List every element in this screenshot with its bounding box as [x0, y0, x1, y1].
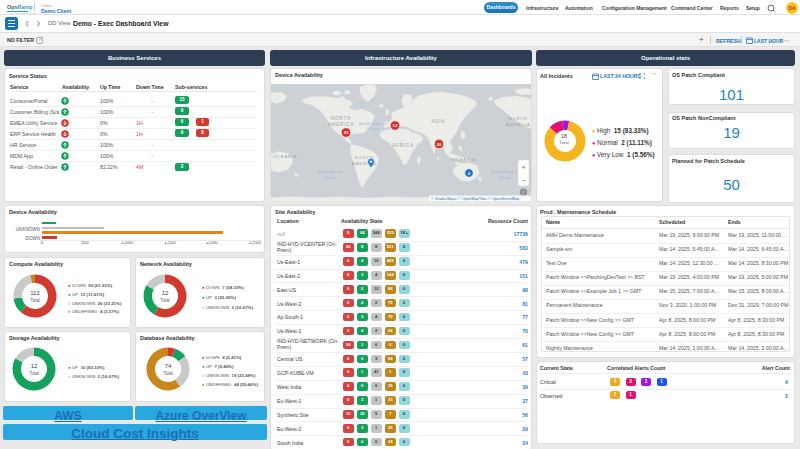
- svg-text:−: −: [521, 177, 525, 184]
- svg-text:AMERICA: AMERICA: [506, 122, 531, 127]
- svg-text:AFRICA: AFRICA: [392, 143, 414, 148]
- svg-text:© Stadia Maps © OpenMapTiles ©: © Stadia Maps © OpenMapTiles © OpenStree…: [431, 196, 519, 201]
- svg-text:Ocean: Ocean: [367, 127, 380, 131]
- svg-text:Ocean: Ocean: [324, 176, 337, 180]
- svg-text:South Pacific: South Pacific: [492, 170, 519, 174]
- svg-text:+: +: [521, 164, 525, 171]
- svg-text:South Pacific: South Pacific: [317, 170, 344, 174]
- svg-text:Ocean: Ocean: [499, 176, 512, 180]
- svg-text:North Atlantic: North Atlantic: [359, 122, 387, 126]
- svg-text:OCEANIA: OCEANIA: [273, 154, 297, 159]
- svg-text:i: i: [523, 190, 524, 195]
- svg-text:AMERICA: AMERICA: [328, 122, 355, 127]
- svg-text:NORTH: NORTH: [509, 116, 528, 121]
- svg-text:13: 13: [393, 123, 398, 128]
- svg-text:26: 26: [437, 142, 442, 147]
- svg-text:ASIA: ASIA: [431, 119, 445, 124]
- svg-text:OCEANIA: OCEANIA: [452, 157, 476, 162]
- svg-text:NORTH: NORTH: [331, 116, 351, 121]
- svg-text:33: 33: [344, 130, 349, 135]
